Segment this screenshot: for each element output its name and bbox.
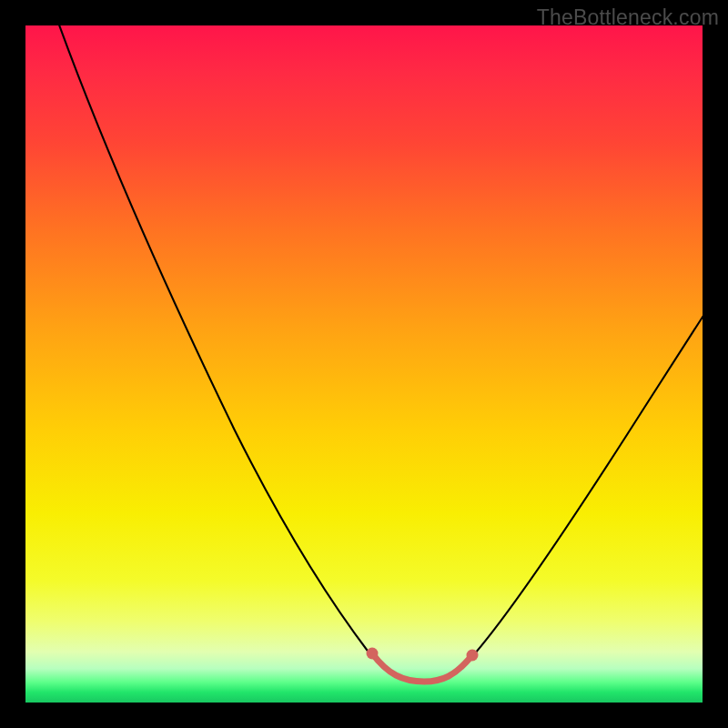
optimal-marker-end-dot [467,650,479,662]
optimal-flat-marker [372,653,472,682]
watermark-text: TheBottleneck.com [537,5,719,30]
plot-area [25,25,703,703]
chart-frame: TheBottleneck.com [0,0,728,728]
curve-layer [25,25,703,703]
bottleneck-curve [53,25,703,682]
optimal-marker-start-dot [367,648,379,660]
